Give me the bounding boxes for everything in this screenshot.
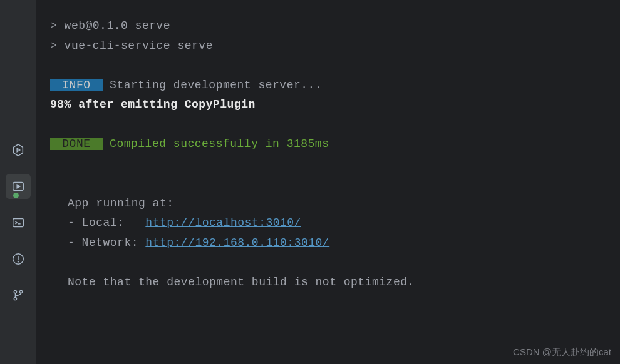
output-line-app-running: App running at: bbox=[50, 194, 606, 214]
output-line-progress: 98% after emitting CopyPlugin bbox=[50, 95, 606, 115]
watermark-text: CSDN @无人赴约的cat bbox=[513, 344, 611, 360]
network-url-link[interactable]: http://192.168.0.110:3010/ bbox=[145, 236, 329, 249]
svg-rect-1 bbox=[13, 219, 23, 227]
services-icon[interactable] bbox=[6, 138, 31, 163]
warning-circle-icon bbox=[11, 252, 25, 266]
hexagon-play-icon bbox=[11, 143, 25, 157]
info-text: Starting development server... bbox=[103, 79, 322, 91]
output-line-network: - Network: http://192.168.0.110:3010/ bbox=[50, 233, 606, 253]
output-line-info: INFO Starting development server... bbox=[50, 76, 606, 96]
local-url-link[interactable]: http://localhost:3010/ bbox=[145, 216, 301, 229]
blank-line bbox=[50, 174, 606, 194]
tool-sidebar bbox=[0, 0, 36, 364]
terminal-icon[interactable] bbox=[6, 210, 31, 235]
info-badge: INFO bbox=[50, 79, 103, 91]
svg-point-6 bbox=[19, 290, 22, 293]
network-label: - Network: bbox=[68, 236, 145, 249]
svg-point-3 bbox=[18, 261, 18, 262]
play-icon bbox=[11, 179, 25, 193]
blank-line bbox=[50, 154, 606, 174]
done-text: Compiled successfully in 3185ms bbox=[103, 138, 329, 150]
terminal-window-icon bbox=[11, 216, 25, 230]
svg-point-5 bbox=[14, 297, 16, 300]
output-line-local: - Local: http://localhost:3010/ bbox=[50, 213, 606, 233]
blank-line bbox=[50, 56, 606, 76]
blank-line bbox=[50, 115, 606, 135]
git-branch-icon bbox=[11, 288, 25, 302]
output-line-script: > web@0.1.0 serve bbox=[50, 16, 606, 36]
blank-line bbox=[50, 253, 606, 273]
output-line-done: DONE Compiled successfully in 3185ms bbox=[50, 134, 606, 154]
problems-icon[interactable] bbox=[6, 246, 31, 271]
done-badge: DONE bbox=[50, 138, 103, 150]
terminal-output: > web@0.1.0 serve > vue-cli-service serv… bbox=[36, 0, 620, 364]
run-icon[interactable] bbox=[6, 174, 31, 199]
svg-point-4 bbox=[14, 290, 16, 293]
run-active-marker bbox=[13, 193, 19, 198]
local-label: - Local: bbox=[68, 216, 145, 229]
output-line-command: > vue-cli-service serve bbox=[50, 36, 606, 56]
output-line-note: Note that the development build is not o… bbox=[50, 273, 606, 293]
git-icon[interactable] bbox=[6, 283, 31, 308]
